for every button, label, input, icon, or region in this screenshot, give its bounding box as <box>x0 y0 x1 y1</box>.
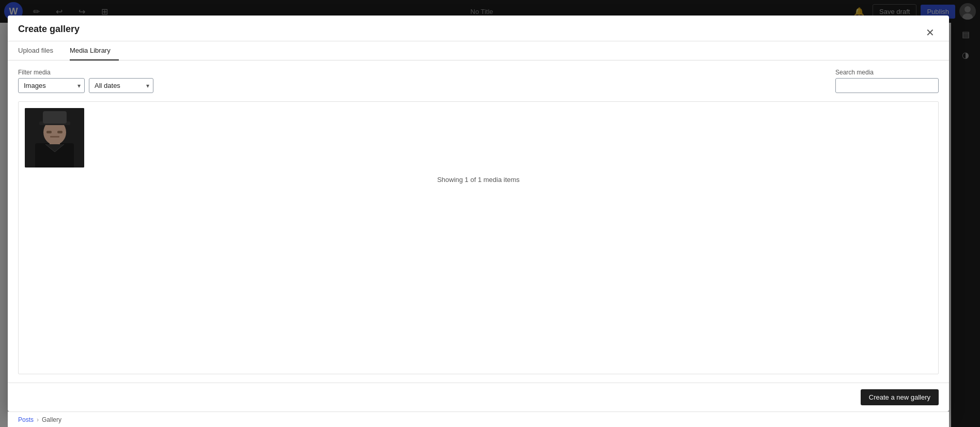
search-media-label: Search media <box>835 69 939 76</box>
search-media-group: Search media <box>835 69 939 93</box>
breadcrumb-posts-link[interactable]: Posts <box>18 416 34 423</box>
modal-tabs: Upload files Media Library <box>8 41 949 60</box>
type-filter-select[interactable]: Images All media types <box>18 78 85 93</box>
search-media-input[interactable] <box>835 78 939 93</box>
date-filter-wrapper: All dates January 2024 February 2024 <box>89 78 153 93</box>
modal-body: Filter media Images All media types All … <box>8 60 949 383</box>
create-gallery-modal: Create gallery ✕ Upload files Media Libr… <box>8 16 949 411</box>
breadcrumb-gallery: Gallery <box>42 416 61 423</box>
tab-upload-files[interactable]: Upload files <box>18 41 61 60</box>
svg-rect-10 <box>57 131 63 133</box>
breadcrumb-separator-1: › <box>37 416 39 423</box>
bottom-bar: Posts › Gallery <box>8 411 949 427</box>
showing-count: Showing 1 of 1 media items <box>25 176 932 184</box>
filter-media-label: Filter media <box>18 69 153 76</box>
filter-group: Filter media Images All media types All … <box>18 69 153 93</box>
svg-rect-9 <box>46 131 52 133</box>
create-new-gallery-button[interactable]: Create a new gallery <box>861 389 939 405</box>
filter-bar: Filter media Images All media types All … <box>18 69 939 93</box>
svg-rect-8 <box>43 111 67 124</box>
modal-title: Create gallery <box>18 24 80 41</box>
svg-rect-11 <box>50 136 59 138</box>
tab-media-library[interactable]: Media Library <box>70 41 119 60</box>
media-grid-area: Showing 1 of 1 media items <box>18 101 939 374</box>
modal-footer: Create a new gallery <box>8 383 949 411</box>
modal-close-button[interactable]: ✕ <box>922 25 939 40</box>
date-filter-select[interactable]: All dates January 2024 February 2024 <box>89 78 153 93</box>
modal-overlay: Create gallery ✕ Upload files Media Libr… <box>0 0 980 427</box>
close-icon: ✕ <box>926 27 935 38</box>
media-grid <box>25 108 932 167</box>
media-item[interactable] <box>25 108 84 167</box>
modal-header: Create gallery ✕ <box>8 16 949 41</box>
type-filter-wrapper: Images All media types <box>18 78 85 93</box>
